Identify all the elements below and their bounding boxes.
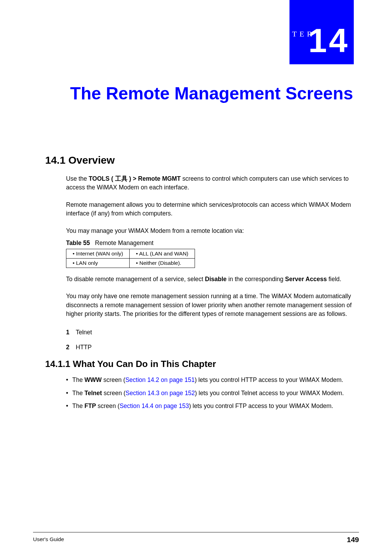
list-item: 1 Telnet bbox=[66, 329, 353, 336]
text-run: ) lets you control HTTP access to your W… bbox=[195, 376, 343, 383]
text-run: To disable remote management of a servic… bbox=[66, 276, 205, 283]
content-area: 14.1 Overview Use the TOOLS ( 工具 ) > Rem… bbox=[45, 154, 353, 415]
bullet-list-what-you-can-do: • The WWW screen (Section 14.2 on page 1… bbox=[66, 376, 353, 410]
xref-link[interactable]: Section 14.2 on page 151 bbox=[125, 376, 195, 383]
chapter-title: The Remote Management Screens bbox=[45, 83, 353, 105]
xref-link[interactable]: Section 14.3 on page 152 bbox=[125, 390, 195, 397]
table-row: LAN only Neither (Disable). bbox=[66, 258, 195, 268]
footer-guide-label: User's Guide bbox=[33, 536, 64, 542]
footer-page-number: 149 bbox=[347, 536, 359, 544]
table-cell: Neither (Disable). bbox=[130, 258, 195, 268]
text-run-bold: Server Access bbox=[285, 276, 327, 283]
text-run-bold: TOOLS ( 工具 ) > Remote MGMT bbox=[89, 175, 181, 182]
list-text: Telnet bbox=[76, 329, 92, 336]
list-text: The Telnet screen (Section 14.3 on page … bbox=[72, 389, 344, 398]
table-55-caption: Table 55 Remote Management bbox=[66, 239, 353, 247]
text-run-bold: WWW bbox=[84, 376, 102, 383]
text-run: ) lets you control Telnet access to your… bbox=[195, 390, 344, 397]
list-item: 2 HTTP bbox=[66, 344, 353, 351]
bullet-icon: • bbox=[66, 376, 72, 384]
paragraph-overview-1: Use the TOOLS ( 工具 ) > Remote MGMT scree… bbox=[66, 174, 353, 192]
footer-rule bbox=[33, 532, 359, 532]
chapter-number: 14 bbox=[308, 24, 350, 57]
table-row: Internet (WAN only) ALL (LAN and WAN) bbox=[66, 249, 195, 258]
section-14-1-1-heading: 14.1.1 What You Can Do in This Chapter bbox=[45, 359, 353, 369]
text-run: screen ( bbox=[102, 390, 125, 397]
paragraph-disable: To disable remote management of a servic… bbox=[66, 275, 353, 284]
text-run: The bbox=[72, 376, 84, 383]
bullet-icon: • bbox=[66, 402, 72, 410]
text-run: screen ( bbox=[102, 376, 125, 383]
text-run: ) lets you control FTP access to your Wi… bbox=[189, 402, 333, 409]
list-item: • The FTP screen (Section 14.4 on page 1… bbox=[66, 402, 353, 410]
table-label: Table 55 bbox=[66, 239, 90, 246]
paragraph-overview-3: You may manage your WiMAX Modem from a r… bbox=[66, 227, 353, 235]
text-run: screen ( bbox=[96, 402, 120, 409]
list-number: 1 bbox=[66, 329, 76, 336]
list-number: 2 bbox=[66, 344, 76, 351]
paragraph-overview-2: Remote management allows you to determin… bbox=[66, 201, 353, 218]
paragraph-priority: You may only have one remote management … bbox=[66, 292, 353, 318]
text-run-bold: FTP bbox=[84, 402, 96, 409]
table-cell: Internet (WAN only) bbox=[66, 249, 130, 258]
list-item: • The Telnet screen (Section 14.3 on pag… bbox=[66, 389, 353, 398]
list-text: The WWW screen (Section 14.2 on page 151… bbox=[72, 376, 343, 384]
text-run: The bbox=[72, 402, 84, 409]
text-run: in the corresponding bbox=[227, 276, 285, 283]
table-title: Remote Management bbox=[95, 239, 153, 246]
table-cell: LAN only bbox=[66, 258, 130, 268]
table-cell: ALL (LAN and WAN) bbox=[130, 249, 195, 258]
text-run: field. bbox=[327, 276, 341, 283]
text-run-bold: Telnet bbox=[84, 390, 102, 397]
text-run-bold: Disable bbox=[205, 276, 227, 283]
table-remote-management: Internet (WAN only) ALL (LAN and WAN) LA… bbox=[66, 249, 195, 268]
chapter-tab: CHAPTER 14 bbox=[289, 0, 354, 64]
text-run: The bbox=[72, 390, 84, 397]
text-run: Use the bbox=[66, 175, 89, 182]
numbered-list-priorities: 1 Telnet 2 HTTP bbox=[66, 329, 353, 351]
bullet-icon: • bbox=[66, 389, 72, 398]
chapter-prefix: CHAPTER bbox=[261, 30, 315, 39]
section-14-1-heading: 14.1 Overview bbox=[45, 154, 353, 166]
list-text: The FTP screen (Section 14.4 on page 153… bbox=[72, 402, 333, 410]
list-item: • The WWW screen (Section 14.2 on page 1… bbox=[66, 376, 353, 384]
xref-link[interactable]: Section 14.4 on page 153 bbox=[120, 402, 189, 409]
list-text: HTTP bbox=[76, 344, 92, 351]
document-page: CHAPTER 14 The Remote Management Screens… bbox=[0, 0, 392, 555]
